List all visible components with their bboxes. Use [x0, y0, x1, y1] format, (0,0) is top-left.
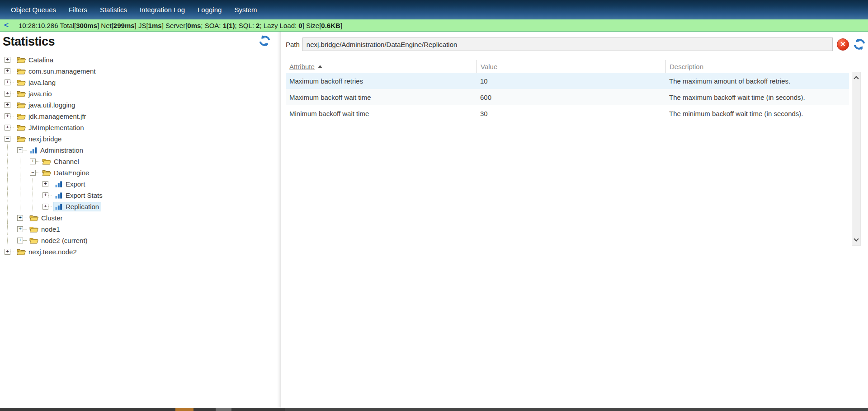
- tree-node[interactable]: Export Stats: [53, 191, 105, 200]
- expand-icon[interactable]: +: [30, 159, 36, 164]
- tree-node[interactable]: JMImplementation: [15, 123, 86, 132]
- tree-item-jdk-management-jfr[interactable]: +jdk.management.jfr: [0, 111, 281, 122]
- tree-item-replication[interactable]: +Replication: [0, 201, 281, 212]
- expand-icon[interactable]: +: [5, 113, 10, 119]
- expand-icon[interactable]: +: [5, 68, 10, 74]
- tree-node[interactable]: java.util.logging: [15, 100, 77, 110]
- tree-node[interactable]: nexj.bridge: [15, 134, 64, 144]
- expand-icon[interactable]: +: [17, 215, 23, 221]
- tree-node[interactable]: Export: [53, 179, 87, 189]
- tree-node[interactable]: jdk.management.jfr: [15, 112, 89, 121]
- tree-node[interactable]: nexj.teee.node2: [15, 247, 79, 257]
- expand-icon[interactable]: +: [42, 192, 48, 198]
- tree-item-java-util-logging[interactable]: +java.util.logging: [0, 99, 281, 111]
- tree-guide-line: [30, 178, 42, 190]
- tree-item-java-lang[interactable]: +java.lang: [0, 77, 281, 88]
- close-icon[interactable]: ✕: [837, 38, 849, 51]
- tree-item-catalina[interactable]: +Catalina: [0, 54, 281, 65]
- table-row[interactable]: Maximum backoff retries10The maximum amo…: [286, 73, 849, 89]
- menu-item-statistics[interactable]: Statistics: [94, 0, 133, 19]
- tree-connector: [48, 206, 52, 207]
- tree-item-nexj-bridge[interactable]: −nexj.bridge: [0, 133, 281, 145]
- column-header-description[interactable]: Description: [665, 60, 849, 73]
- tree-node[interactable]: Replication: [53, 202, 101, 211]
- table-row[interactable]: Maximum backoff wait time600The maximum …: [286, 89, 849, 105]
- expand-icon[interactable]: +: [5, 91, 10, 97]
- status-segment: 299ms: [113, 22, 135, 29]
- tree-node[interactable]: Cluster: [28, 213, 65, 223]
- collapse-icon[interactable]: −: [17, 147, 23, 153]
- folder-icon: [17, 79, 26, 86]
- expand-icon[interactable]: +: [5, 102, 10, 108]
- menu-item-logging[interactable]: Logging: [191, 0, 228, 19]
- tree-guide-line: [17, 167, 30, 178]
- tree-item-channel[interactable]: +Channel: [0, 156, 281, 167]
- menu-item-filters[interactable]: Filters: [62, 0, 94, 19]
- expand-icon[interactable]: +: [5, 249, 10, 255]
- tree-item-label: nexj.bridge: [28, 135, 61, 143]
- tree-connector: [48, 184, 52, 184]
- scroll-up-icon[interactable]: [854, 76, 859, 81]
- tree-connector: [10, 252, 14, 252]
- tree-item-jmimplementation[interactable]: +JMImplementation: [0, 122, 281, 133]
- description-cell: The minimum backoff wait time (in second…: [665, 105, 849, 121]
- tree-item-com-sun-management[interactable]: +com.sun.management: [0, 65, 281, 77]
- expand-icon[interactable]: +: [5, 79, 10, 85]
- tree-node[interactable]: node1: [28, 224, 62, 234]
- right-panel: Path ✕ Attribu: [281, 32, 868, 411]
- tree-node[interactable]: Administration: [28, 145, 85, 155]
- tree-item-label: DataEngine: [54, 169, 89, 177]
- status-segment: 0: [298, 22, 302, 29]
- tree-guide-line: [5, 224, 17, 235]
- collapse-icon[interactable]: −: [30, 170, 36, 176]
- tree-node[interactable]: Channel: [41, 157, 81, 166]
- tree-node[interactable]: com.sun.management: [15, 66, 98, 76]
- path-input[interactable]: [302, 37, 833, 51]
- tree-connector: [23, 229, 27, 229]
- tree-item-node2-current[interactable]: +node2 (current): [0, 235, 281, 246]
- tree-item-java-nio[interactable]: +java.nio: [0, 88, 281, 99]
- status-segment: ] Net[: [97, 22, 113, 29]
- collapse-icon[interactable]: −: [5, 136, 10, 142]
- table-scrollbar[interactable]: [852, 72, 861, 246]
- refresh-icon[interactable]: [853, 38, 866, 51]
- table-row[interactable]: Minimum backoff wait time30The minimum b…: [286, 105, 849, 121]
- tree-item-export-stats[interactable]: +Export Stats: [0, 190, 281, 201]
- tree-guide-line: [17, 201, 30, 212]
- tree-node[interactable]: Catalina: [15, 55, 56, 65]
- tree-item-administration[interactable]: −Administration: [0, 145, 281, 156]
- tree-item-nexj-teee-node2[interactable]: +nexj.teee.node2: [0, 246, 281, 257]
- status-segment: ]: [340, 22, 342, 29]
- refresh-icon[interactable]: [259, 35, 271, 47]
- tree-connector: [10, 116, 14, 117]
- attribute-cell: Maximum backoff wait time: [286, 89, 476, 105]
- tree-item-dataengine[interactable]: −DataEngine: [0, 167, 281, 178]
- folder-icon: [29, 237, 38, 244]
- status-segment: 1ms: [148, 22, 162, 29]
- expand-icon[interactable]: +: [42, 181, 48, 187]
- statistics-console: Object QueuesFiltersStatisticsIntegratio…: [0, 0, 868, 411]
- tree-item-cluster[interactable]: +Cluster: [0, 212, 281, 224]
- timing-status-text: 10:28:10.286 Total[300ms] Net[299ms] JS[…: [19, 22, 342, 29]
- tree-node[interactable]: DataEngine: [41, 168, 91, 177]
- scroll-down-icon[interactable]: [854, 236, 859, 241]
- menu-item-integration-log[interactable]: Integration Log: [133, 0, 191, 19]
- menu-item-system[interactable]: System: [228, 0, 263, 19]
- column-header-value[interactable]: Value: [476, 60, 665, 73]
- tree-node[interactable]: node2 (current): [28, 236, 90, 245]
- tree-node[interactable]: java.lang: [15, 78, 58, 87]
- tree-item-export[interactable]: +Export: [0, 178, 281, 190]
- column-header-attribute[interactable]: Attribute: [286, 60, 476, 73]
- tree-item-node1[interactable]: +node1: [0, 224, 281, 235]
- expand-icon[interactable]: +: [17, 226, 23, 232]
- tree-node[interactable]: java.nio: [15, 89, 54, 98]
- expand-icon[interactable]: +: [42, 204, 48, 210]
- tree-guide-line: [5, 235, 17, 246]
- tree-item-label: java.nio: [28, 90, 52, 98]
- expand-icon[interactable]: +: [5, 125, 10, 131]
- expand-icon[interactable]: +: [17, 238, 23, 243]
- expand-icon[interactable]: +: [5, 57, 10, 63]
- folder-icon: [17, 90, 26, 98]
- menu-item-object-queues[interactable]: Object Queues: [5, 0, 62, 19]
- back-icon[interactable]: <: [4, 21, 9, 30]
